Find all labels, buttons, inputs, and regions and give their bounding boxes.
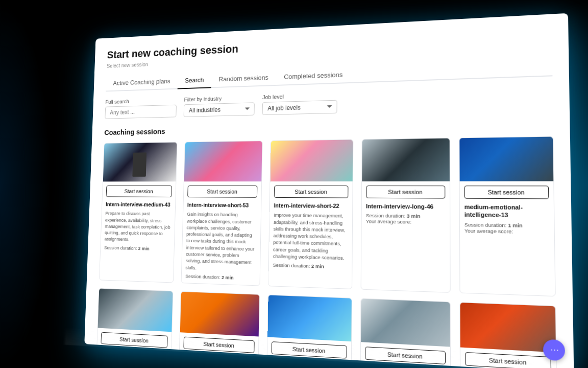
card-7-image — [180, 292, 259, 337]
card-3-title: Intern-interview-short-22 — [274, 202, 348, 210]
job-level-label: Job level — [262, 92, 337, 100]
coaching-sessions-title: Coaching sessions — [104, 119, 553, 136]
industry-filter-group: Filter by industry All industries — [184, 95, 255, 117]
card-4-title: Intern-interview-long-46 — [366, 202, 445, 211]
industry-label: Filter by industry — [184, 95, 255, 103]
card-1-duration: Session duration: 2 min — [104, 245, 170, 252]
job-level-filter-group: Job level All job levels — [262, 92, 337, 116]
card-5-body: Start session medium-emotional-intellige… — [460, 181, 554, 240]
card-2-image — [184, 141, 262, 181]
card-3-body: Start session Intern-interview-short-22 … — [268, 181, 352, 274]
card-5: Start session medium-emotional-intellige… — [459, 136, 555, 296]
card-1-description: Prepare to discuss past experience, avai… — [105, 210, 172, 244]
full-search-group: Full search — [105, 97, 177, 119]
start-session-button-1[interactable]: Start session — [106, 186, 172, 197]
glow-left — [0, 0, 51, 368]
filters-bar: Full search Filter by industry All indus… — [105, 85, 553, 119]
full-search-input[interactable] — [105, 105, 177, 119]
app-window: Start new coaching session Select new se… — [84, 13, 574, 368]
card-3: Start session Intern-interview-short-22 … — [268, 139, 353, 289]
start-session-button-5[interactable]: Start session — [464, 186, 549, 199]
start-session-button-3[interactable]: Start session — [274, 186, 349, 198]
card-4-image — [362, 139, 450, 181]
tab-random-sessions[interactable]: Random sessions — [211, 70, 276, 88]
card-8-image — [267, 295, 352, 341]
card-3-image — [271, 140, 353, 181]
start-session-button-2[interactable]: Start session — [187, 186, 257, 198]
card-5-avg-score: Your average score: — [464, 227, 549, 235]
page-content: Start new coaching session Select new se… — [84, 13, 574, 368]
card-9-image — [361, 298, 450, 347]
card-2-duration: Session duration: 2 min — [185, 273, 256, 282]
tab-active-coaching[interactable]: Active Coaching plans — [106, 74, 178, 92]
tab-search[interactable]: Search — [177, 72, 211, 89]
perspective-wrapper: Start new coaching session Select new se… — [0, 0, 588, 368]
card-4: Start session Intern-interview-long-46 S… — [361, 138, 451, 293]
card-1-image — [103, 143, 177, 182]
card-10-image — [460, 303, 556, 353]
card-1-body: Start session Intern-interview-medium-43… — [101, 181, 176, 256]
card-1-title: Intern-interview-medium-43 — [106, 201, 172, 209]
industry-select[interactable]: All industries — [184, 102, 255, 117]
card-2-description: Gain insights on handling workplace chal… — [185, 211, 257, 273]
cards-grid-row1: Start session Intern-interview-medium-43… — [99, 136, 556, 296]
card-3-description: Improve your time management, adaptabili… — [273, 212, 348, 262]
card-2-title: Intern-interview-short-53 — [187, 201, 257, 209]
card-1: Start session Intern-interview-medium-43… — [99, 142, 177, 283]
card-2-body: Start session Intern-interview-short-53 … — [181, 181, 261, 285]
tab-completed-sessions[interactable]: Completed sessions — [276, 66, 351, 86]
job-level-select[interactable]: All job levels — [262, 100, 337, 116]
card-5-image — [459, 137, 553, 181]
card-5-title: medium-emotional-intelligence-13 — [464, 203, 549, 219]
card-2: Start session Intern-interview-short-53 … — [181, 141, 263, 286]
start-session-button-4[interactable]: Start session — [366, 186, 445, 198]
card-6-image — [98, 289, 173, 332]
full-search-label: Full search — [105, 97, 177, 105]
card-3-duration: Session duration: 2 min — [273, 262, 348, 270]
card-4-avg-score: Your average score: — [366, 218, 446, 225]
card-4-body: Start session Intern-interview-long-46 S… — [362, 181, 450, 230]
